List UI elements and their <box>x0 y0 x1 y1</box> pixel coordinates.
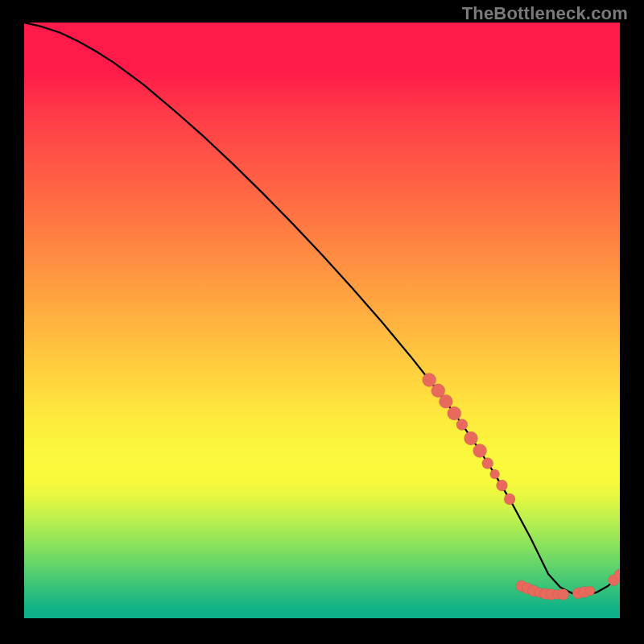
curve-layer <box>24 23 620 618</box>
chart-container: TheBottleneck.com <box>0 0 644 644</box>
data-point <box>490 469 500 479</box>
data-point <box>496 480 507 491</box>
data-point <box>456 419 468 431</box>
data-point <box>482 458 493 469</box>
data-point <box>473 444 487 458</box>
data-points-group <box>423 374 620 601</box>
data-point <box>464 431 478 445</box>
watermark-text: TheBottleneck.com <box>462 3 628 24</box>
data-point <box>585 586 595 596</box>
data-point <box>448 407 461 420</box>
data-point <box>558 588 569 600</box>
bottleneck-curve <box>24 23 620 595</box>
data-point <box>439 394 452 408</box>
plot-area <box>24 23 620 618</box>
data-point <box>423 374 436 387</box>
data-point <box>504 493 515 505</box>
